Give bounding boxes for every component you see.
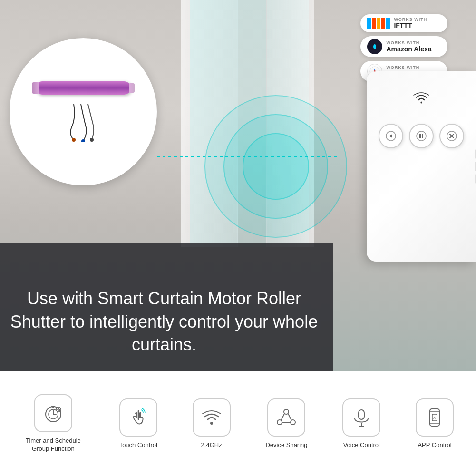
svg-line-30	[281, 414, 284, 420]
motor-tube	[36, 81, 131, 95]
alexa-name-label: Amazon Alexa	[386, 45, 431, 53]
svg-point-26	[210, 422, 213, 425]
alexa-icon	[367, 39, 382, 54]
alexa-works-label: WORKS WITH	[386, 40, 431, 45]
svg-marker-8	[389, 134, 392, 138]
switch-pause-button[interactable]	[409, 124, 434, 148]
page-wrapper: Note:The curtain motor should be bought …	[0, 0, 476, 476]
app-icon-box: A	[416, 398, 454, 437]
sharing-icon	[276, 407, 297, 428]
wifi-icon	[201, 407, 222, 428]
svg-text:A: A	[433, 416, 436, 420]
timer-label: Timer and Schedule Group Function	[22, 437, 84, 453]
ifttt-logo	[367, 18, 390, 29]
switch-buttons-row	[379, 124, 464, 148]
google-works-label: WORKS WITH	[386, 65, 441, 70]
motor-wires	[64, 104, 102, 142]
wave-circle-inner	[243, 133, 309, 200]
svg-rect-33	[359, 410, 364, 419]
timer-icon	[43, 403, 64, 424]
app-label: APP Control	[418, 441, 451, 449]
voice-icon-box	[342, 398, 380, 437]
sharing-icon-box	[267, 398, 305, 437]
app-icon: A	[424, 407, 445, 428]
svg-rect-11	[422, 134, 423, 138]
wifi-icon-box	[193, 398, 231, 437]
product-image-circle: Note:The curtain motor should be bought …	[10, 38, 157, 185]
svg-rect-10	[419, 134, 421, 138]
switch-wifi-icon	[412, 90, 431, 105]
voice-label: Voice Control	[343, 441, 380, 449]
alexa-badge: WORKS WITH Amazon Alexa	[360, 36, 447, 57]
switch-open-button[interactable]	[379, 124, 403, 148]
feature-timer: Timer and Schedule Group Function	[22, 394, 84, 453]
touch-label: Touch Control	[119, 441, 157, 449]
motor-cap-left	[32, 82, 39, 94]
svg-point-2	[90, 138, 94, 142]
svg-point-27	[284, 409, 289, 414]
timer-icon-box	[34, 394, 72, 432]
tagline-container: Use with Smart Curtain Motor Roller Shut…	[10, 287, 319, 357]
feature-wifi: 2.4GHz	[193, 398, 231, 449]
top-section: Note:The curtain motor should be bought …	[0, 0, 476, 371]
svg-point-9	[417, 131, 426, 141]
voice-icon	[351, 407, 372, 428]
switch-close-button[interactable]	[439, 124, 464, 148]
svg-line-31	[288, 414, 291, 420]
feature-voice: Voice Control	[342, 398, 380, 449]
touch-icon-box	[119, 398, 157, 437]
svg-point-29	[291, 420, 295, 425]
smart-switch-device	[367, 71, 476, 262]
bottom-features-section: Timer and Schedule Group Function Touch …	[0, 371, 476, 476]
ifttt-badge: WORKS WITH IFTTT	[360, 14, 447, 32]
ifttt-name-label: IFTTT	[394, 22, 427, 29]
sharing-label: Device Sharing	[265, 441, 307, 449]
svg-point-0	[72, 138, 76, 142]
ifttt-works-label: WORKS WITH	[394, 17, 427, 22]
motor-cap-right	[129, 83, 135, 93]
feature-sharing: Device Sharing	[265, 398, 307, 449]
touch-icon	[128, 407, 149, 428]
wifi-label: 2.4GHz	[201, 441, 222, 449]
feature-app: A APP Control	[416, 398, 454, 449]
tagline-text: Use with Smart Curtain Motor Roller Shut…	[10, 287, 319, 357]
dotted-connector	[157, 156, 338, 157]
svg-point-4	[373, 44, 376, 49]
svg-point-28	[277, 420, 282, 425]
svg-point-1	[81, 139, 85, 142]
feature-touch: Touch Control	[119, 398, 157, 449]
